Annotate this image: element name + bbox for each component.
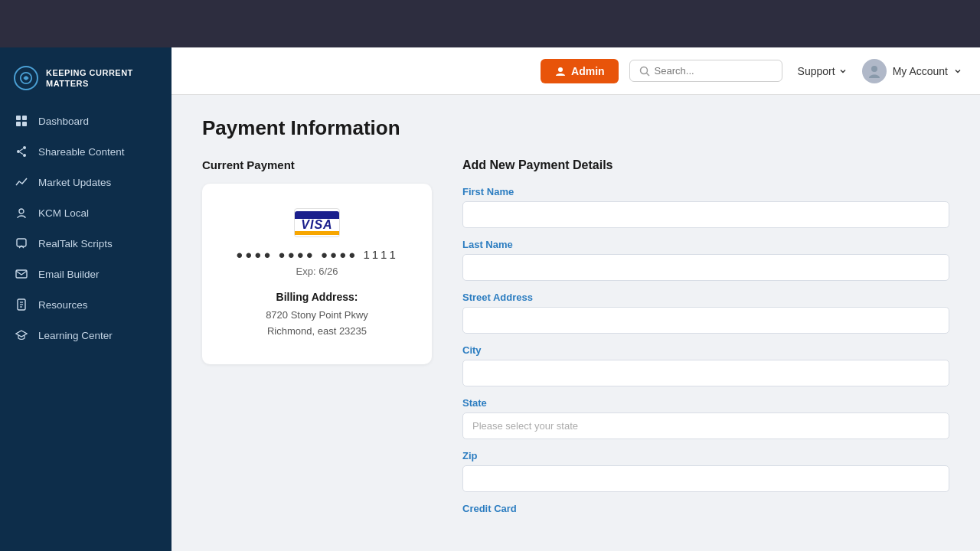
resources-icon <box>14 297 29 312</box>
zip-input[interactable] <box>462 465 949 492</box>
state-label: State <box>462 397 949 409</box>
street-address-label: Street Address <box>462 292 949 303</box>
visa-logo: VISA <box>294 208 340 237</box>
main-area: Admin Support My Account Payment Informa… <box>172 47 980 551</box>
search-bar[interactable] <box>629 60 782 82</box>
payment-layout: Current Payment VISA ●●●● ●●●● ●●●● 1111… <box>202 158 949 525</box>
learning-center-icon <box>14 328 29 343</box>
account-label: My Account <box>893 65 948 77</box>
credit-card-label: Credit Card <box>462 503 949 514</box>
support-label: Support <box>798 65 835 77</box>
svg-line-8 <box>20 149 23 152</box>
sidebar-label-kcm: KCM Local <box>38 207 89 219</box>
sidebar-label-resources: Resources <box>38 299 88 311</box>
visa-text: VISA <box>301 219 332 231</box>
admin-icon <box>554 65 567 77</box>
sidebar-label-learning: Learning Center <box>38 330 113 341</box>
header: Admin Support My Account <box>172 47 980 95</box>
sidebar-item-email-builder[interactable]: Email Builder <box>0 259 172 289</box>
svg-rect-3 <box>16 122 21 126</box>
account-menu[interactable]: My Account <box>862 59 962 83</box>
svg-point-17 <box>558 67 563 72</box>
kcm-local-icon <box>14 205 29 220</box>
logo-icon <box>14 66 38 90</box>
svg-line-9 <box>20 152 23 155</box>
svg-rect-12 <box>16 270 27 278</box>
card-expiry: Exp: 6/26 <box>224 266 410 277</box>
svg-rect-2 <box>22 116 27 120</box>
billing-address-line2: Richmond, east 23235 <box>267 325 367 337</box>
sidebar-item-realtalk-scripts[interactable]: RealTalk Scripts <box>0 228 172 259</box>
zip-field: Zip <box>462 450 949 492</box>
shareable-content-icon <box>14 144 29 159</box>
sidebar: Keeping Current Matters Dashboard Sharea… <box>0 47 172 551</box>
city-field: City <box>462 344 949 386</box>
first-name-label: First Name <box>462 186 949 197</box>
add-payment-heading: Add New Payment Details <box>462 158 949 172</box>
sidebar-item-shareable-content[interactable]: Shareable Content <box>0 136 172 167</box>
sidebar-item-market-updates[interactable]: Market Updates <box>0 167 172 197</box>
sidebar-label-realtalk: RealTalk Scripts <box>38 238 113 249</box>
credit-card-field: Credit Card <box>462 503 949 514</box>
city-input[interactable] <box>462 360 949 386</box>
zip-label: Zip <box>462 450 949 461</box>
svg-point-7 <box>23 154 26 157</box>
support-menu[interactable]: Support <box>798 65 847 77</box>
sidebar-label-shareable: Shareable Content <box>38 146 125 158</box>
first-name-input[interactable] <box>462 201 949 228</box>
svg-point-18 <box>640 67 647 73</box>
email-builder-icon <box>14 266 29 282</box>
billing-address: 8720 Stony Point Pkwy Richmond, east 232… <box>224 308 410 340</box>
visa-yellow-bar <box>295 231 339 235</box>
svg-point-6 <box>17 150 20 153</box>
svg-point-10 <box>19 209 24 214</box>
last-name-label: Last Name <box>462 239 949 250</box>
sidebar-label-dashboard: Dashboard <box>38 116 89 127</box>
market-updates-icon <box>14 174 29 190</box>
account-chevron-icon <box>954 67 962 75</box>
billing-address-label: Billing Address: <box>224 291 410 303</box>
sidebar-item-learning-center[interactable]: Learning Center <box>0 320 172 350</box>
card-number: ●●●● ●●●● ●●●● 1111 <box>224 248 410 261</box>
sidebar-item-resources[interactable]: Resources <box>0 289 172 320</box>
svg-point-5 <box>23 146 26 149</box>
sidebar-nav: Dashboard Shareable Content Market Updat… <box>0 106 172 350</box>
sidebar-item-kcm-local[interactable]: KCM Local <box>0 197 172 228</box>
search-icon <box>639 66 650 77</box>
svg-point-20 <box>871 66 877 72</box>
city-label: City <box>462 344 949 356</box>
admin-button[interactable]: Admin <box>541 59 619 83</box>
street-address-field: Street Address <box>462 292 949 334</box>
svg-rect-4 <box>22 122 27 126</box>
add-payment-section: Add New Payment Details First Name Last … <box>462 158 949 525</box>
last-name-field: Last Name <box>462 239 949 281</box>
sidebar-label-email: Email Builder <box>38 269 100 280</box>
street-address-input[interactable] <box>462 307 949 334</box>
svg-rect-1 <box>16 116 21 120</box>
browser-chrome <box>0 0 980 47</box>
visa-blue-bar <box>295 211 339 219</box>
page-title: Payment Information <box>202 116 949 140</box>
realtalk-icon <box>14 236 29 251</box>
first-name-field: First Name <box>462 186 949 228</box>
dashboard-icon <box>14 113 29 129</box>
search-input[interactable] <box>655 65 773 77</box>
avatar <box>862 59 887 83</box>
support-chevron-icon <box>839 67 847 75</box>
current-payment-heading: Current Payment <box>202 158 432 171</box>
state-select[interactable]: Please select your state Alabama Alaska … <box>462 412 949 439</box>
sidebar-label-market: Market Updates <box>38 177 111 188</box>
logo-text: Keeping Current Matters <box>46 67 158 90</box>
sidebar-item-dashboard[interactable]: Dashboard <box>0 106 172 136</box>
payment-card: VISA ●●●● ●●●● ●●●● 1111 Exp: 6/26 Billi… <box>202 184 432 364</box>
sidebar-logo[interactable]: Keeping Current Matters <box>0 54 172 106</box>
admin-label: Admin <box>571 65 605 77</box>
current-payment-section: Current Payment VISA ●●●● ●●●● ●●●● 1111… <box>202 158 432 364</box>
last-name-input[interactable] <box>462 254 949 281</box>
billing-address-line1: 8720 Stony Point Pkwy <box>266 309 368 321</box>
state-field: State Please select your state Alabama A… <box>462 397 949 439</box>
main-content: Payment Information Current Payment VISA… <box>172 95 980 551</box>
svg-line-19 <box>646 73 649 76</box>
